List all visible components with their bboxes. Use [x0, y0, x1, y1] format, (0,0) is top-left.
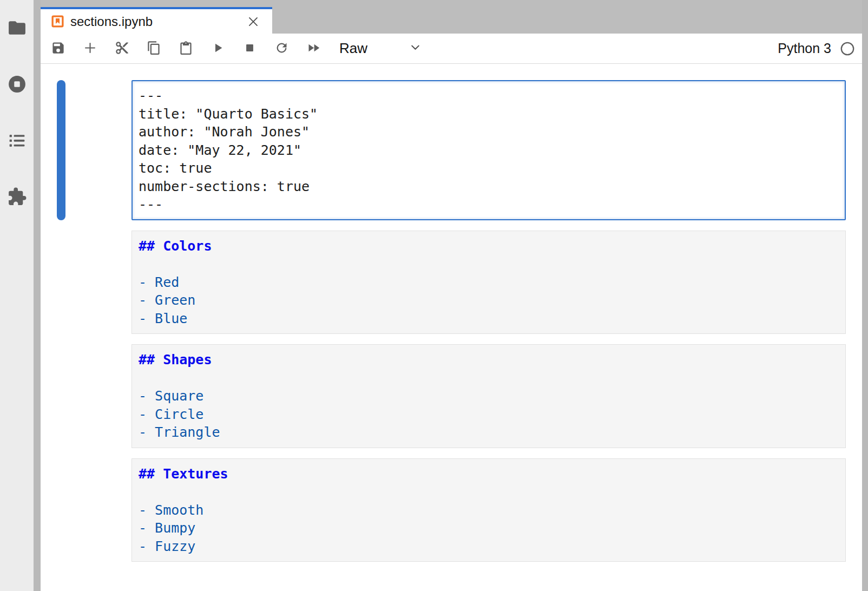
- tab-bar: sections.ipynb: [41, 0, 868, 34]
- cell-collapser[interactable]: [57, 231, 65, 334]
- notebook-panel: --- title: "Quarto Basics" author: "Nora…: [41, 64, 868, 591]
- save-button[interactable]: [46, 37, 70, 61]
- folder-icon: [7, 18, 27, 40]
- code-line: author: "Norah Jones": [139, 123, 839, 141]
- cell-collapser[interactable]: [57, 80, 65, 220]
- code-line: toc: true: [139, 159, 839, 178]
- cell-collapser[interactable]: [57, 458, 65, 562]
- insert-cell-button[interactable]: [78, 37, 102, 61]
- markdown-heading: ## Shapes: [139, 351, 839, 369]
- chevron-down-icon: [409, 41, 422, 56]
- raw-cell-frontmatter: --- title: "Quarto Basics" author: "Nora…: [57, 80, 846, 220]
- puzzle-icon: [7, 187, 27, 209]
- markdown-list-item: - Triangle: [139, 423, 839, 442]
- blank-line: [139, 255, 839, 273]
- close-icon[interactable]: [246, 15, 260, 29]
- markdown-list-item: - Circle: [139, 405, 839, 424]
- cell-type-value: Raw: [339, 40, 367, 57]
- paste-cell-button[interactable]: [174, 37, 198, 61]
- list-icon: [7, 130, 27, 153]
- kernel-idle-circle-icon: [840, 41, 855, 56]
- code-line: number-sections: true: [139, 178, 839, 196]
- markdown-cell-editor[interactable]: ## Colors - Red - Green - Blue: [131, 231, 846, 334]
- stop-circle-icon: [7, 74, 27, 96]
- markdown-list-item: - Bumpy: [139, 519, 839, 537]
- sidebar-item-running-kernels[interactable]: [6, 74, 28, 96]
- markdown-list-item: - Square: [139, 387, 839, 405]
- markdown-cell-colors: ## Colors - Red - Green - Blue: [57, 231, 846, 334]
- sidebar-divider: [34, 0, 41, 591]
- blank-line: [139, 483, 839, 501]
- cell-type-dropdown[interactable]: Raw: [339, 40, 422, 57]
- markdown-cell-editor[interactable]: ## Textures - Smooth - Bumpy - Fuzzy: [131, 458, 846, 562]
- cell-collapser[interactable]: [57, 344, 65, 448]
- scissors-icon: [115, 41, 129, 57]
- markdown-heading: ## Textures: [139, 465, 839, 483]
- cell-prompt-area: [65, 231, 131, 334]
- interrupt-kernel-button[interactable]: [238, 37, 261, 61]
- main-panel: sections.ipynb: [41, 0, 868, 591]
- blank-line: [139, 369, 839, 388]
- plus-icon: [83, 41, 97, 57]
- floppy-disk-icon: [51, 41, 65, 57]
- tab-sections-ipynb[interactable]: sections.ipynb: [41, 7, 272, 34]
- markdown-cell-editor[interactable]: ## Shapes - Square - Circle - Triangle: [131, 344, 846, 448]
- markdown-cell-textures: ## Textures - Smooth - Bumpy - Fuzzy: [57, 458, 846, 562]
- markdown-list-item: - Blue: [139, 310, 839, 328]
- markdown-list-item: - Green: [139, 291, 839, 310]
- tab-title: sections.ipynb: [70, 14, 153, 29]
- fast-forward-icon: [306, 41, 321, 57]
- markdown-list-item: - Smooth: [139, 501, 839, 520]
- notebook-file-icon: [51, 15, 64, 28]
- kernel-name[interactable]: Python 3: [778, 41, 831, 56]
- markdown-cell-shapes: ## Shapes - Square - Circle - Triangle: [57, 344, 846, 448]
- stop-square-icon: [242, 41, 257, 57]
- code-line: date: "May 22, 2021": [139, 141, 839, 160]
- copy-cell-button[interactable]: [142, 37, 166, 61]
- sidebar-item-file-browser[interactable]: [6, 18, 28, 40]
- cell-prompt-area: [65, 344, 131, 448]
- raw-cell-editor[interactable]: --- title: "Quarto Basics" author: "Nora…: [131, 80, 846, 220]
- notebook-toolbar: Raw Python 3: [41, 34, 868, 64]
- run-all-cells-button[interactable]: [301, 37, 325, 61]
- vertical-scrollbar[interactable]: [862, 0, 868, 591]
- cell-prompt-area: [65, 458, 131, 562]
- run-cell-button[interactable]: [206, 37, 229, 61]
- markdown-heading: ## Colors: [139, 237, 839, 255]
- markdown-list-item: - Fuzzy: [139, 537, 839, 556]
- sidebar-item-extensions[interactable]: [6, 187, 28, 208]
- activity-sidebar: [0, 0, 34, 591]
- code-line: ---: [139, 87, 839, 105]
- clipboard-icon: [179, 41, 193, 57]
- cut-cell-button[interactable]: [110, 37, 134, 61]
- play-icon: [211, 41, 225, 57]
- restart-kernel-button[interactable]: [269, 37, 293, 61]
- sidebar-item-table-of-contents[interactable]: [6, 130, 28, 152]
- jupyterlab-window: sections.ipynb: [0, 0, 868, 591]
- markdown-list-item: - Red: [139, 273, 839, 292]
- code-line: ---: [139, 195, 839, 214]
- copy-icon: [147, 41, 161, 57]
- refresh-icon: [274, 41, 289, 57]
- cell-prompt-area: [65, 80, 131, 220]
- code-line: title: "Quarto Basics": [139, 105, 839, 123]
